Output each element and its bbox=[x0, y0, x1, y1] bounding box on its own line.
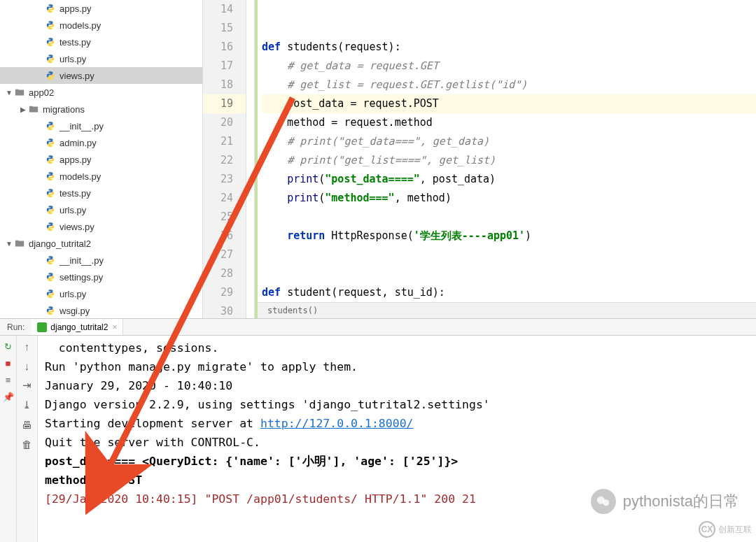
scroll-icon[interactable]: ⤓ bbox=[21, 399, 34, 411]
code-line[interactable]: return HttpResponse('学生列表----app01') bbox=[262, 227, 756, 245]
tree-item[interactable]: models.py bbox=[0, 168, 202, 185]
run-sidebar-outer: ↻ ■ ≡ 📌 bbox=[0, 336, 17, 542]
tree-item[interactable]: models.py bbox=[0, 17, 202, 34]
down-icon[interactable]: ↓ bbox=[21, 359, 34, 372]
console-line: Quit the server with CONTROL-C. bbox=[45, 433, 749, 452]
close-icon[interactable]: × bbox=[112, 322, 117, 332]
code-line[interactable]: # get_list = request.GET.getlist("id") bbox=[262, 76, 756, 94]
pin-icon[interactable]: 📌 bbox=[4, 392, 13, 401]
tree-item[interactable]: admin.py bbox=[0, 134, 202, 151]
console-line: post_data==== <QueryDict: {'name': ['小明'… bbox=[45, 452, 749, 471]
code-line[interactable] bbox=[262, 0, 756, 19]
tree-item[interactable]: tests.py bbox=[0, 34, 202, 50]
code-line[interactable]: post_data = request.POST bbox=[262, 94, 756, 113]
tree-item[interactable]: urls.py bbox=[0, 50, 202, 67]
breadcrumb[interactable]: students() bbox=[258, 302, 756, 318]
tree-item[interactable]: ▶migrations bbox=[0, 101, 202, 117]
code-line[interactable]: print("post_data====", post_data) bbox=[262, 170, 756, 189]
svg-point-2 bbox=[603, 499, 609, 506]
console-line: Run 'python manage.py migrate' to apply … bbox=[45, 357, 749, 376]
code-line[interactable]: # print("get_data===", get_data) bbox=[262, 132, 756, 151]
tree-item[interactable]: views.py bbox=[0, 218, 202, 235]
project-tree[interactable]: apps.pymodels.pytests.pyurls.pyviews.py▼… bbox=[0, 0, 203, 318]
console-line: contenttypes, sessions. bbox=[45, 338, 749, 357]
watermark: pythonista的日常 bbox=[591, 489, 739, 514]
stop-icon[interactable]: ■ bbox=[4, 358, 13, 368]
run-label: Run: bbox=[0, 322, 31, 332]
code-line[interactable] bbox=[262, 208, 756, 227]
tree-item[interactable]: ▼django_tutrital2 bbox=[0, 235, 202, 252]
console-line: Django version 2.2.9, using settings 'dj… bbox=[45, 395, 749, 414]
trash-icon[interactable]: 🗑 bbox=[21, 438, 34, 450]
console-line: method=== POST bbox=[45, 471, 749, 490]
run-tab-label: django_tutrital2 bbox=[50, 322, 108, 332]
tree-item[interactable]: urls.py bbox=[0, 285, 202, 302]
tree-item[interactable]: apps.py bbox=[0, 151, 202, 168]
code-area[interactable]: def students(request): # get_data = requ… bbox=[258, 0, 756, 321]
wechat-icon bbox=[591, 489, 616, 514]
layout-icon[interactable]: ≡ bbox=[4, 375, 13, 385]
code-line[interactable]: # print("get_list====", get_list) bbox=[262, 151, 756, 170]
tree-item[interactable]: wsgi.py bbox=[0, 302, 202, 318]
run-tab[interactable]: django_tutrital2 × bbox=[31, 319, 123, 335]
tree-item[interactable]: __init__.py bbox=[0, 117, 202, 134]
tree-item[interactable]: views.py bbox=[0, 67, 202, 84]
tree-item[interactable]: apps.py bbox=[0, 0, 202, 17]
code-line[interactable]: method = request.method bbox=[262, 113, 756, 132]
server-link[interactable]: http://127.0.0.1:8000/ bbox=[260, 417, 414, 430]
code-line[interactable] bbox=[262, 245, 756, 264]
up-icon[interactable]: ↑ bbox=[21, 340, 34, 352]
rerun-icon[interactable]: ↻ bbox=[4, 341, 13, 351]
code-line[interactable]: print("method===", method) bbox=[262, 189, 756, 208]
console-line: Starting development server at http://12… bbox=[45, 414, 749, 433]
code-line[interactable]: def students(request): bbox=[262, 38, 756, 57]
run-sidebar-inner: ↑ ↓ ⇥ ⤓ 🖶 🗑 bbox=[17, 336, 38, 542]
code-line[interactable] bbox=[262, 19, 756, 38]
console-line: January 29, 2020 - 10:40:10 bbox=[45, 376, 749, 395]
line-gutter: 1415161718192021222324252627282930 bbox=[203, 0, 246, 318]
code-line[interactable]: def student(request, stu_id): bbox=[262, 283, 756, 302]
tree-item[interactable]: settings.py bbox=[0, 269, 202, 285]
tree-item[interactable]: tests.py bbox=[0, 185, 202, 201]
tree-item[interactable]: __init__.py bbox=[0, 252, 202, 269]
code-editor[interactable]: 1415161718192021222324252627282930 def s… bbox=[203, 0, 756, 318]
django-icon bbox=[37, 322, 47, 332]
code-line[interactable] bbox=[262, 264, 756, 283]
tree-item[interactable]: urls.py bbox=[0, 201, 202, 218]
print-icon[interactable]: 🖶 bbox=[21, 418, 34, 431]
corner-logo: CX创新互联 bbox=[699, 521, 752, 538]
fold-column bbox=[246, 0, 255, 318]
wrap-icon[interactable]: ⇥ bbox=[21, 379, 34, 392]
tree-item[interactable]: ▼app02 bbox=[0, 84, 202, 101]
code-line[interactable]: # get_data = request.GET bbox=[262, 57, 756, 76]
